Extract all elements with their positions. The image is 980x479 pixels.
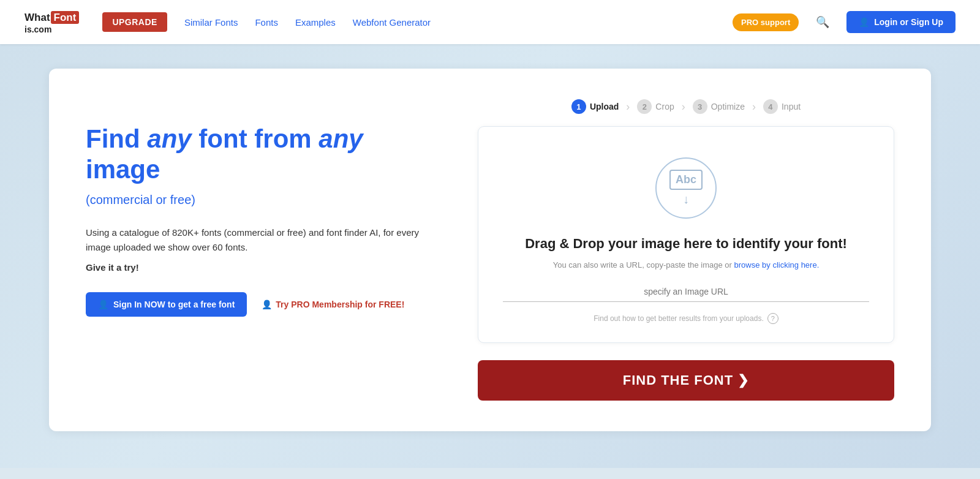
browse-link[interactable]: browse by clicking here. [734, 260, 820, 270]
search-icon: 🔍 [816, 15, 829, 29]
step-num-3: 3 [693, 99, 707, 114]
step-upload: 1 Upload [571, 99, 619, 114]
upgrade-button[interactable]: UPGRADE [102, 12, 167, 32]
step-label-upload: Upload [590, 102, 619, 111]
hero-subtitle: (commercial or free) [86, 193, 441, 207]
step-num-1: 1 [571, 99, 586, 114]
hero-desc: Using a catalogue of 820K+ fonts (commer… [86, 225, 441, 255]
pro-support-button[interactable]: PRO support [733, 13, 799, 31]
upload-area[interactable]: Abc ↓ Drag & Drop your image here to ide… [478, 126, 894, 343]
steps-bar: 1 Upload › 2 Crop › 3 Optimize › 4 Input [571, 99, 801, 114]
hero-section: Find any font from any image (commercial… [0, 44, 980, 468]
logo[interactable]: What Font is.com [24, 11, 79, 34]
nav-link-webfont-generator[interactable]: Webfont Generator [353, 17, 431, 28]
hero-actions: 👤 Sign In NOW to get a free font 👤 Try P… [86, 292, 441, 317]
abc-icon: Abc [669, 170, 703, 190]
step-optimize: 3 Optimize [693, 99, 745, 114]
nav-links: Similar Fonts Fonts Examples Webfont Gen… [184, 17, 715, 28]
login-button[interactable]: 👤 Login or Sign Up [846, 11, 956, 33]
step-label-input: Input [782, 102, 801, 111]
url-input-wrap [503, 282, 869, 302]
hero-right: 1 Upload › 2 Crop › 3 Optimize › 4 Input [478, 99, 894, 401]
step-sep-3: › [752, 100, 756, 113]
logo-what: What [24, 12, 50, 23]
step-label-optimize: Optimize [711, 102, 745, 111]
upload-desc: You can also write a URL, copy-paste the… [553, 260, 820, 270]
user-icon-signin: 👤 [98, 300, 108, 309]
help-icon[interactable]: ? [767, 313, 778, 324]
better-results: Find out how to get better results from … [594, 313, 778, 324]
hero-title: Find any font from any image [86, 124, 441, 186]
try-pro-link[interactable]: 👤 Try PRO Membership for FREE! [262, 300, 404, 309]
url-input[interactable] [503, 282, 869, 301]
step-input: 4 Input [763, 99, 801, 114]
navbar: What Font is.com UPGRADE Similar Fonts F… [0, 0, 980, 44]
hero-card: Find any font from any image (commercial… [49, 69, 931, 431]
arrow-down-icon: ↓ [683, 192, 689, 206]
nav-link-fonts[interactable]: Fonts [255, 17, 278, 28]
search-button[interactable]: 🔍 [816, 15, 829, 29]
step-num-4: 4 [763, 99, 778, 114]
nav-link-examples[interactable]: Examples [295, 17, 336, 28]
hero-left: Find any font from any image (commercial… [86, 99, 441, 317]
upload-icon-wrap: Abc ↓ [655, 157, 717, 219]
nav-link-similar-fonts[interactable]: Similar Fonts [184, 17, 238, 28]
find-font-button[interactable]: FIND THE FONT ❯ [478, 360, 894, 401]
hero-give-try: Give it a try! [86, 262, 441, 273]
step-sep-1: › [626, 100, 630, 113]
step-num-2: 2 [637, 99, 652, 114]
logo-font: Font [51, 11, 80, 24]
upload-icon-inner: Abc ↓ [669, 170, 703, 206]
upload-title: Drag & Drop your image here to identify … [525, 236, 847, 252]
user-icon-pro: 👤 [262, 300, 272, 309]
logo-is: is.com [24, 25, 51, 34]
step-label-crop: Crop [655, 102, 674, 111]
step-crop: 2 Crop [637, 99, 674, 114]
sign-in-button[interactable]: 👤 Sign In NOW to get a free font [86, 292, 247, 317]
user-icon: 👤 [859, 17, 869, 27]
step-sep-2: › [682, 100, 685, 113]
